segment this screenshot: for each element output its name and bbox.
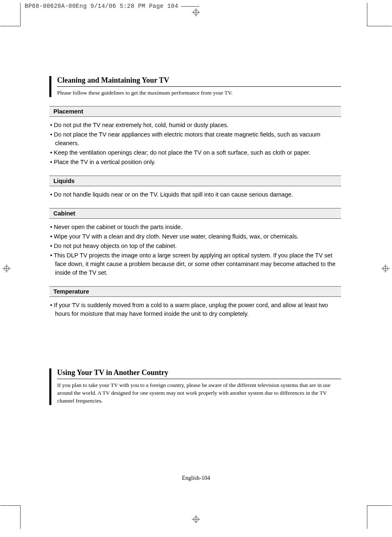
- bullet-text: • Wipe your TV with a clean and dry clot…: [50, 232, 341, 241]
- subheading-cabinet: Cabinet: [49, 208, 341, 219]
- registration-mark-left-icon: [2, 264, 11, 273]
- section-title-another-country: Using Your TV in Another Country: [57, 368, 341, 379]
- section-cleaning: Cleaning and Maintaining Your TV Please …: [49, 76, 341, 97]
- liquids-bullets: • Do not handle liquids near or on the T…: [50, 190, 341, 199]
- section-another-country: Using Your TV in Another Country If you …: [49, 368, 341, 405]
- subheading-placement: Placement: [49, 106, 341, 117]
- page-footer: English-104: [0, 475, 392, 481]
- bullet-text: • Do not put the TV near extremely hot, …: [50, 121, 341, 130]
- page-content: Cleaning and Maintaining Your TV Please …: [49, 76, 341, 413]
- registration-mark-top-icon: [192, 8, 200, 16]
- placement-bullets: • Do not put the TV near extremely hot, …: [50, 121, 341, 167]
- bullet-text: • If your TV is suddenly moved from a co…: [50, 301, 341, 318]
- crop-mark-top-left: [20, 3, 21, 26]
- document-slug: BP68-00620A-00Eng 9/14/06 5:28 PM Page 1…: [25, 3, 199, 9]
- registration-mark-right-icon: [381, 264, 390, 273]
- bullet-text: • Do not place the TV near appliances wi…: [50, 130, 341, 148]
- bullet-text: • Place the TV in a vertical position on…: [50, 158, 341, 167]
- crop-mark-bottom-left: [20, 506, 21, 529]
- registration-mark-bottom-icon: [192, 515, 200, 523]
- subheading-temperature: Temperature: [49, 286, 341, 297]
- bullet-text: • Keep the ventilation openings clear; d…: [50, 148, 341, 157]
- cabinet-bullets: • Never open the cabinet or touch the pa…: [50, 223, 341, 277]
- section-subtitle-cleaning: Please follow these guidelines to get th…: [57, 89, 341, 97]
- bullet-text: • Do not handle liquids near or on the T…: [50, 190, 341, 199]
- temperature-bullets: • If your TV is suddenly moved from a co…: [50, 301, 341, 318]
- crop-mark-bottom-right: [367, 506, 367, 529]
- page-number: English-104: [182, 475, 210, 481]
- bullet-text: • Never open the cabinet or touch the pa…: [50, 223, 341, 231]
- bullet-text: • Do not put heavy objects on top of the…: [50, 242, 341, 250]
- subheading-liquids: Liquids: [49, 176, 341, 186]
- section-title-cleaning: Cleaning and Maintaining Your TV: [57, 76, 341, 87]
- crop-mark-top-right: [367, 3, 367, 26]
- bullet-text: • This DLP TV projects the image onto a …: [50, 251, 341, 277]
- slug-text: BP68-00620A-00Eng 9/14/06 5:28 PM Page 1…: [25, 3, 178, 9]
- section-subtitle-another-country: If you plan to take your TV with you to …: [57, 382, 341, 405]
